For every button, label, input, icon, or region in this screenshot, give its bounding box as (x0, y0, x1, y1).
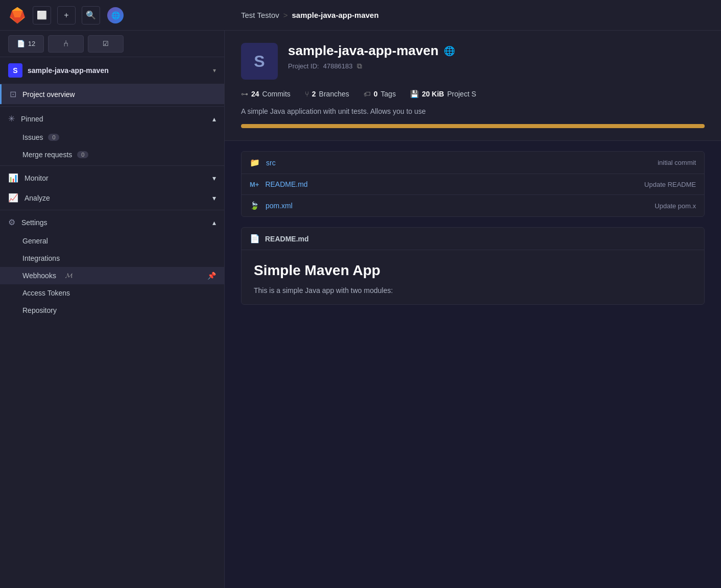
readme-header-label: README.md (265, 235, 309, 243)
globe-icon: 🌐 (444, 45, 455, 57)
project-stats: ⊶ 24 Commits ⑂ 2 Branches 🏷 0 Tags 💾 20 … (241, 90, 705, 98)
todo-counter-button[interactable]: ☑ (88, 35, 124, 53)
project-selector[interactable]: S sample-java-app-maven ▾ (0, 57, 224, 84)
analyze-icon: 📈 (8, 193, 18, 203)
branches-label: Branches (319, 90, 349, 98)
sidebar-item-project-overview[interactable]: ⊡ Project overview (0, 84, 224, 104)
merge-requests-badge: 0 (77, 151, 88, 158)
analyze-chevron-icon: ▾ (212, 194, 216, 202)
file-commit-message: initial commit (658, 159, 696, 166)
file-name: README.md (265, 180, 638, 188)
sidebar-divider-3 (0, 210, 224, 210)
chevron-down-icon: ▾ (213, 67, 216, 74)
file-name: pom.xml (266, 202, 648, 210)
file-name: src (266, 159, 652, 167)
commits-icon: ⊶ (241, 90, 248, 98)
sidebar-item-issues[interactable]: Issues 0 (0, 129, 224, 146)
second-bar: 📄 12 ⑃ ☑ (0, 31, 225, 57)
size-stat: 💾 20 KiB Project S (410, 90, 476, 98)
analyze-label: Analyze (25, 194, 212, 202)
monitor-label: Monitor (25, 174, 212, 182)
access-tokens-label: Access Tokens (22, 289, 70, 297)
project-id-value: 47886183 (323, 62, 353, 70)
sidebar-item-settings[interactable]: ⚙ Settings ▴ (0, 212, 224, 232)
project-header: S sample-java-app-maven 🌐 Project ID: 47… (225, 31, 721, 141)
sidebar-item-access-tokens[interactable]: Access Tokens (0, 284, 224, 302)
tags-label: Tags (381, 90, 396, 98)
tags-count: 0 (374, 90, 378, 98)
pinned-section-header[interactable]: ✳ Pinned ▴ (0, 109, 224, 129)
project-id-row: Project ID: 47886183 ⧉ (288, 62, 705, 70)
breadcrumb-parent[interactable]: Test Testov (241, 11, 279, 19)
search-button[interactable]: 🔍 (82, 6, 100, 24)
top-bar-left: ⬜ + 🔍 🌐 (8, 6, 233, 24)
markdown-icon: M+ (250, 181, 259, 188)
readme-text: This is a simple Java app with two modul… (254, 285, 692, 296)
tags-stat[interactable]: 🏷 0 Tags (364, 90, 396, 98)
avatar: 🌐 (107, 7, 124, 23)
gitlab-logo-icon[interactable] (8, 6, 27, 24)
sidebar-item-integrations[interactable]: Integrations (0, 250, 224, 267)
commits-label: Commits (262, 90, 291, 98)
sidebar-divider-1 (0, 106, 224, 107)
project-info: sample-java-app-maven 🌐 Project ID: 4788… (288, 43, 705, 70)
sidebar-item-general[interactable]: General (0, 232, 224, 250)
size-label: Project S (447, 90, 476, 98)
new-button[interactable]: + (57, 6, 76, 24)
table-row[interactable]: 📁 src initial commit (242, 152, 704, 174)
commits-count: 24 (251, 90, 259, 98)
main-layout: 📄 12 ⑃ ☑ S sample-java-app-maven ▾ ⊡ Pro… (0, 31, 721, 588)
sidebar-item-monitor[interactable]: 📊 Monitor ▾ (0, 168, 224, 188)
language-bar (241, 124, 705, 128)
branches-stat[interactable]: ⑂ 2 Branches (305, 90, 349, 98)
settings-label: Settings (21, 218, 212, 227)
table-row[interactable]: M+ README.md Update README (242, 174, 704, 195)
size-icon: 💾 (410, 90, 419, 98)
mr-icon: ⑃ (63, 39, 68, 49)
files-icon: 📄 (17, 40, 25, 47)
xml-icon: 🍃 (250, 201, 259, 210)
sidebar-toggle-button[interactable]: ⬜ (33, 6, 51, 24)
sidebar-item-webhooks[interactable]: Webhooks 𝓜 📌 (0, 267, 224, 284)
breadcrumb: Test Testov > sample-java-app-maven (233, 11, 713, 19)
pin-icon: ✳ (8, 114, 15, 124)
table-row[interactable]: 🍃 pom.xml Update pom.x (242, 195, 704, 216)
sidebar-item-analyze[interactable]: 📈 Analyze ▾ (0, 188, 224, 208)
monitor-icon: 📊 (8, 173, 18, 183)
copy-icon[interactable]: ⧉ (357, 62, 362, 70)
folder-icon: 📁 (250, 158, 260, 167)
sidebar-item-merge-requests[interactable]: Merge requests 0 (0, 146, 224, 163)
readme-header: 📄 README.md (242, 228, 704, 250)
project-title-row: sample-java-app-maven 🌐 (288, 43, 705, 59)
readme-title: Simple Maven App (254, 262, 692, 279)
sidebar: 📄 12 ⑃ ☑ S sample-java-app-maven ▾ ⊡ Pro… (0, 31, 225, 588)
top-bar: ⬜ + 🔍 🌐 Test Testov > sample-java-app-ma… (0, 0, 721, 31)
project-header-top: S sample-java-app-maven 🌐 Project ID: 47… (241, 43, 705, 80)
sidebar-item-repository[interactable]: Repository (0, 302, 224, 319)
issues-badge: 0 (48, 134, 59, 141)
general-label: General (22, 237, 48, 245)
mr-counter-button[interactable]: ⑃ (48, 35, 84, 53)
cursor-pointer-icon: 𝓜 (65, 272, 72, 280)
files-counter-button[interactable]: 📄 12 (8, 35, 44, 53)
project-description: A simple Java application with unit test… (241, 106, 705, 117)
merge-requests-label: Merge requests (22, 151, 72, 159)
pinned-chevron-icon: ▴ (212, 115, 216, 123)
readme-section: 📄 README.md Simple Maven App This is a s… (241, 227, 705, 305)
webhook-pin-icon: 📌 (207, 272, 216, 280)
readme-file-icon: 📄 (250, 234, 260, 243)
todo-icon: ☑ (103, 40, 109, 47)
sidebar-item-label: Project overview (22, 90, 216, 99)
repository-label: Repository (22, 306, 57, 314)
project-badge: S (8, 63, 22, 78)
main-content: S sample-java-app-maven 🌐 Project ID: 47… (225, 31, 721, 588)
plus-icon: + (64, 11, 68, 20)
project-title: sample-java-app-maven (288, 43, 439, 59)
avatar-button[interactable]: 🌐 (106, 6, 125, 24)
commits-stat[interactable]: ⊶ 24 Commits (241, 90, 291, 98)
integrations-label: Integrations (22, 254, 60, 262)
overview-icon: ⊡ (10, 89, 16, 99)
monitor-chevron-icon: ▾ (212, 174, 216, 182)
readme-body: Simple Maven App This is a simple Java a… (242, 250, 704, 304)
file-list: 📁 src initial commit M+ README.md Update… (241, 151, 705, 217)
